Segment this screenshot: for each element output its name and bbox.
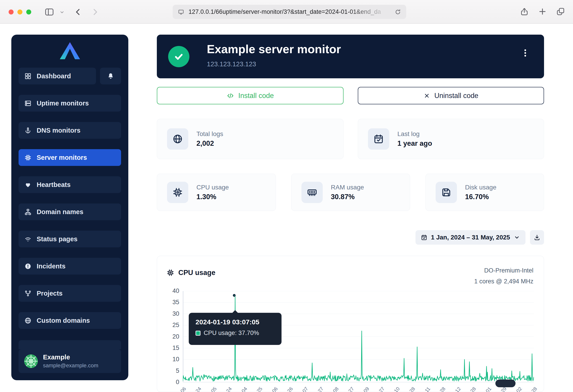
globe-icon (24, 317, 32, 324)
sidebar-toggle-icon[interactable] (44, 7, 54, 17)
x-axis-tick-label: 24 (195, 386, 203, 392)
address-bar[interactable]: 127.0.0.1/66uptime/server-monitor/3?&sta… (173, 5, 406, 19)
date-range-label: 1 Jan, 2024 – 31 May, 2025 (431, 234, 510, 241)
ram-icon (302, 182, 323, 203)
download-icon (534, 234, 540, 241)
forward-icon (90, 7, 100, 17)
sidebar-item-dns-monitors[interactable]: DNS monitors (18, 122, 121, 139)
chart-tooltip: 2024-01-19 03:07:05 CPU usage: 37.70% (189, 313, 282, 345)
sidebar-item-label: Domain names (37, 208, 83, 216)
uninstall-code-button[interactable]: Uninstall code (358, 87, 544, 104)
code-icon (227, 92, 234, 100)
zoom-window-button[interactable] (26, 10, 31, 15)
tooltip-timestamp: 2024-01-19 03:07:05 (196, 318, 275, 326)
profile-name: Example (43, 354, 98, 361)
sidebar: Dashboard Uptime monitorsDNS monitorsSer… (11, 35, 128, 380)
bell-icon (107, 72, 114, 80)
disk-icon (436, 182, 457, 203)
sidebar-item-label: Status pages (37, 235, 78, 243)
share-icon[interactable] (520, 7, 529, 16)
stat-card-total-logs: Total logs 2,002 (157, 119, 343, 159)
notifications-button[interactable] (100, 68, 121, 84)
url-text[interactable]: 127.0.0.1/66uptime/server-monitor/3?&sta… (189, 8, 390, 15)
chart-pan-handle[interactable] (495, 380, 516, 387)
stat-card-cpu-usage: CPU usage 1.30% (157, 174, 276, 211)
stat-label: CPU usage (197, 184, 229, 191)
x-axis-tick-label: 01 (484, 386, 493, 392)
export-button[interactable] (530, 230, 544, 245)
stat-label: Disk usage (465, 184, 497, 191)
sidebar-item-label: Custom domains (37, 317, 90, 324)
sidebar-item-partial[interactable] (18, 340, 121, 349)
stat-value: 2,002 (197, 139, 223, 148)
date-range-picker[interactable]: 1 Jan, 2024 – 31 May, 2025 (415, 230, 525, 245)
calendar-icon (368, 128, 389, 150)
sidebar-item-custom-domains[interactable]: Custom domains (18, 312, 121, 329)
close-window-button[interactable] (9, 10, 14, 15)
install-code-button[interactable]: Install code (157, 87, 343, 104)
x-axis-tick-label: 24 (225, 386, 233, 392)
calendar-icon (421, 234, 427, 241)
stat-value: 30.87% (331, 193, 364, 201)
sidebar-item-status-pages[interactable]: Status pages (18, 231, 121, 247)
wifi-icon (24, 236, 32, 243)
sidebar-item-domain-names[interactable]: Domain names (18, 203, 121, 220)
server-monitor-header: Example server monitor 123.123.123.123 (157, 35, 544, 78)
x-axis-tick-label: 07 (302, 386, 310, 392)
x-axis-tick-label: 28 (530, 386, 538, 392)
avatar (23, 354, 38, 369)
uninstall-code-label: Uninstall code (434, 92, 478, 100)
sidebar-item-label: Projects (37, 290, 62, 297)
stat-label: RAM usage (331, 184, 364, 191)
x-axis-tick-label: 10 (393, 386, 401, 392)
header-menu-button[interactable] (520, 48, 530, 60)
sidebar-item-dashboard[interactable]: Dashboard (18, 68, 96, 84)
branch-icon (24, 290, 32, 297)
status-ok-badge (168, 46, 189, 67)
tooltip-value: CPU usage: 37.70% (204, 330, 259, 337)
sidebar-item-label: Heartbeats (37, 181, 71, 189)
app-logo[interactable] (18, 41, 121, 60)
sidebar-item-incidents[interactable]: Incidents (18, 258, 121, 275)
stat-value: 1.30% (197, 193, 229, 201)
sidebar-item-label: Incidents (37, 263, 65, 270)
chart-title: CPU usage (178, 269, 215, 277)
stat-card-ram-usage: RAM usage 30.87% (291, 174, 410, 211)
sidebar-item-heartbeats[interactable]: Heartbeats (18, 176, 121, 193)
y-axis-tick-label: 5 (157, 367, 179, 374)
x-icon (423, 92, 430, 99)
cpu-icon (167, 269, 174, 277)
stat-label: Total logs (197, 130, 223, 138)
page-monitor-icon (178, 9, 184, 15)
profile-card[interactable]: Example sample@example.com (18, 349, 121, 373)
tab-overview-icon[interactable] (556, 7, 565, 16)
x-axis-tick-label: 05 (210, 386, 218, 392)
cpu-usage-chart-card: CPU usage DO-Premium-Intel 1 cores @ 2,4… (157, 256, 544, 392)
back-icon[interactable] (73, 7, 83, 17)
sidebar-item-projects[interactable]: Projects (18, 285, 121, 302)
chip-icon (24, 154, 32, 161)
chevron-down-icon[interactable] (59, 10, 65, 15)
window-controls (9, 10, 31, 15)
sidebar-item-uptime-monitors[interactable]: Uptime monitors (18, 95, 121, 112)
x-axis-tick-label: 06 (179, 386, 187, 392)
x-axis-tick-label: 27 (317, 386, 325, 392)
anchor-icon (24, 127, 32, 134)
x-axis-tick-label: 25 (255, 386, 264, 392)
check-icon (173, 51, 185, 63)
stat-value: 1 year ago (397, 139, 432, 148)
sitemap-icon (24, 208, 32, 215)
new-tab-icon[interactable] (538, 7, 547, 16)
x-axis-tick-label: 09 (362, 386, 371, 392)
heart-icon (24, 181, 32, 188)
dots-vertical-icon (520, 48, 530, 58)
chevron-down-icon (514, 234, 520, 241)
sidebar-item-label: DNS monitors (37, 127, 80, 134)
y-axis-tick-label: 25 (157, 321, 179, 329)
stat-label: Last log (397, 130, 432, 138)
page-title: Example server monitor (207, 42, 341, 56)
minimize-window-button[interactable] (18, 10, 22, 15)
x-axis-tick-label: 08 (332, 386, 340, 392)
reload-icon[interactable] (394, 9, 401, 15)
sidebar-item-server-monitors[interactable]: Server monitors (18, 149, 121, 166)
